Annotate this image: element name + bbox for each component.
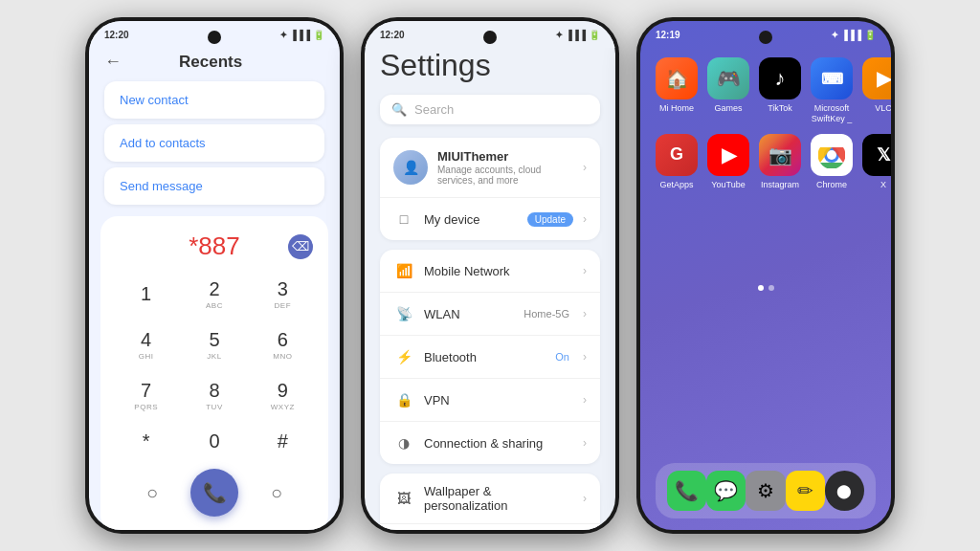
bluetooth-icon: ⚡: [393, 346, 414, 367]
recents-header: ← Recents: [89, 48, 340, 81]
back-button[interactable]: ←: [104, 52, 122, 72]
aod-row[interactable]: ⌚ Always-on display & Lock screen ›: [380, 523, 600, 530]
add-to-contacts-button[interactable]: Add to contacts: [104, 124, 324, 162]
dial-key-2[interactable]: 2ABC: [182, 271, 246, 318]
wallpaper-row[interactable]: 🖼 Wallpaper & personalization ›: [380, 474, 600, 523]
network-card: 📶 Mobile Network › 📡 WLAN Home-5G › ⚡ Bl…: [380, 250, 600, 464]
app-x[interactable]: 𝕏 X: [862, 134, 891, 190]
phone-homescreen: 12:19 ✦ ▐▐▐ 🔋 🏠 Mi Home 🎮 Games ♪ TikTok: [636, 17, 895, 534]
wlan-row[interactable]: 📡 WLAN Home-5G ›: [380, 292, 600, 335]
app-youtube[interactable]: ▶ YouTube: [707, 134, 749, 190]
update-badge[interactable]: Update: [527, 212, 573, 227]
empty-right: ○: [257, 474, 296, 512]
dial-key-8[interactable]: 8TUV: [182, 372, 246, 419]
my-device-row[interactable]: □ My device Update ›: [380, 197, 600, 240]
app-swiftkey[interactable]: ⌨ Microsoft SwiftKey _: [811, 57, 853, 124]
empty-left: ○: [133, 474, 171, 512]
profile-sub: Manage accounts, cloud services, and mor…: [437, 165, 573, 186]
dialer-bottom: ○ 📞 ○: [110, 461, 319, 522]
mobile-network-icon: 📶: [393, 260, 414, 281]
app-x-label: X: [880, 180, 886, 190]
send-message-button[interactable]: Send message: [104, 167, 324, 205]
display-card: 🖼 Wallpaper & personalization › ⌚ Always…: [380, 474, 600, 530]
search-icon: 🔍: [391, 102, 407, 117]
bluetooth-chevron: ›: [583, 350, 587, 364]
dial-key-7[interactable]: 7PQRS: [114, 372, 178, 419]
status-icons-2: ✦ ▐▐▐ 🔋: [555, 30, 600, 40]
mobile-network-label: Mobile Network: [424, 264, 573, 278]
profile-chevron: ›: [583, 161, 587, 174]
page-indicator: [640, 285, 891, 291]
dock-camera[interactable]: ⬤: [825, 471, 864, 511]
vpn-icon: 🔒: [393, 389, 414, 410]
app-vlc[interactable]: ▶ VLC: [862, 57, 891, 124]
app-tiktok[interactable]: ♪ TikTok: [759, 57, 801, 124]
device-label: My device: [424, 212, 518, 227]
wallpaper-label: Wallpaper & personalization: [424, 484, 573, 513]
wallpaper-icon: 🖼: [393, 488, 414, 509]
app-dock: 📞 💬 ⚙ ✏ ⬤: [656, 463, 876, 518]
app-mihome[interactable]: 🏠 Mi Home: [656, 57, 698, 124]
vpn-chevron: ›: [583, 393, 587, 407]
bluetooth-value: On: [555, 351, 569, 363]
app-games[interactable]: 🎮 Games: [707, 57, 749, 124]
dial-key-3[interactable]: 3DEF: [251, 271, 315, 318]
dialer-number: *887: [189, 231, 240, 261]
profile-row[interactable]: 👤 MIUIThemer Manage accounts, cloud serv…: [380, 138, 600, 197]
profile-name: MIUIThemer: [437, 149, 573, 164]
app-chrome[interactable]: Chrome: [811, 134, 853, 190]
dial-key-5[interactable]: 5JKL: [182, 321, 246, 368]
app-chrome-label: Chrome: [816, 180, 847, 190]
dial-grid: 1 2ABC 3DEF 4GHI 5JKL 6MNO 7PQRS 8TUV 9W…: [110, 271, 319, 461]
app-vlc-label: VLC: [875, 103, 891, 114]
settings-title: Settings: [380, 48, 600, 83]
profile-info: MIUIThemer Manage accounts, cloud servic…: [437, 149, 573, 186]
connection-sharing-icon: ◑: [393, 432, 414, 453]
dial-key-1[interactable]: 1: [114, 271, 178, 318]
app-instagram[interactable]: 📷 Instagram: [759, 134, 801, 190]
app-grid-row2: G GetApps ▶ YouTube 📷 Instagram: [640, 124, 891, 190]
svg-point-2: [827, 150, 836, 160]
dial-key-6[interactable]: 6MNO: [251, 321, 315, 368]
dock-notes[interactable]: ✏: [786, 471, 825, 511]
dial-key-star[interactable]: *: [114, 423, 178, 461]
app-swiftkey-label: Microsoft SwiftKey _: [811, 103, 853, 124]
dock-phone[interactable]: 📞: [667, 471, 706, 511]
recents-title: Recents: [179, 53, 242, 72]
profile-card: 👤 MIUIThemer Manage accounts, cloud serv…: [380, 138, 600, 240]
mobile-network-row[interactable]: 📶 Mobile Network ›: [380, 250, 600, 292]
settings-search[interactable]: 🔍 Search: [380, 95, 600, 124]
new-contact-button[interactable]: New contact: [104, 81, 324, 119]
time-2: 12:20: [380, 30, 405, 40]
dial-key-hash[interactable]: #: [251, 423, 315, 461]
vpn-row[interactable]: 🔒 VPN ›: [380, 378, 600, 421]
bluetooth-row[interactable]: ⚡ Bluetooth On ›: [380, 335, 600, 378]
contact-actions: New contact Add to contacts Send message: [89, 81, 340, 205]
status-icons-3: ✦ ▐▐▐ 🔋: [831, 30, 876, 40]
app-mihome-label: Mi Home: [659, 103, 694, 114]
dialer-number-row: *887 ⌫: [110, 226, 319, 271]
dial-key-4[interactable]: 4GHI: [114, 321, 178, 368]
search-placeholder: Search: [414, 102, 454, 117]
vpn-label: VPN: [424, 393, 573, 408]
call-button[interactable]: 📞: [190, 469, 238, 517]
app-getapps[interactable]: G GetApps: [656, 134, 698, 190]
connection-sharing-row[interactable]: ◑ Connection & sharing ›: [380, 421, 600, 464]
mobile-chevron: ›: [583, 264, 587, 277]
device-chevron: ›: [583, 212, 587, 226]
dot-1: [758, 285, 764, 291]
wlan-icon: 📡: [393, 303, 414, 324]
delete-button[interactable]: ⌫: [288, 234, 313, 259]
dial-key-9[interactable]: 9WXYZ: [251, 372, 315, 419]
dock-messages[interactable]: 💬: [706, 471, 746, 511]
dock-settings[interactable]: ⚙: [746, 471, 785, 511]
wallpaper-chevron: ›: [583, 492, 587, 505]
connection-sharing-label: Connection & sharing: [424, 436, 573, 451]
time-1: 12:20: [104, 30, 129, 40]
phone-dialer: 12:20 ✦ ▐▐▐ 🔋 ← Recents New contact Add …: [85, 17, 344, 534]
dial-key-0[interactable]: 0: [182, 423, 246, 461]
wlan-value: Home-5G: [523, 308, 569, 320]
app-getapps-label: GetApps: [659, 180, 693, 190]
wlan-label: WLAN: [424, 307, 514, 321]
connection-chevron: ›: [583, 436, 587, 450]
